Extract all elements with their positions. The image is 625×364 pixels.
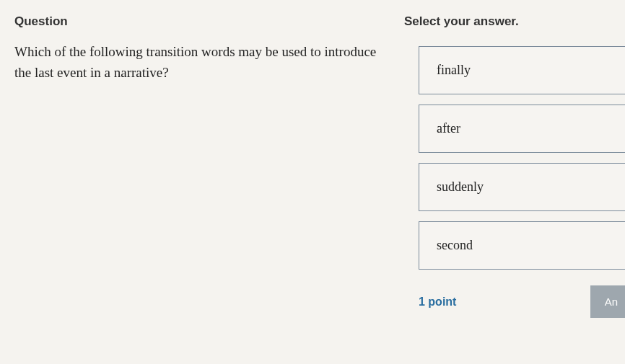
- answer-option-second[interactable]: second: [419, 221, 625, 270]
- answer-option-after[interactable]: after: [419, 105, 625, 153]
- question-text: Which of the following transition words …: [14, 42, 390, 83]
- answer-option-finally[interactable]: finally: [419, 46, 625, 94]
- question-label: Question: [14, 14, 390, 29]
- answer-button[interactable]: An: [590, 285, 625, 318]
- answer-option-suddenly[interactable]: suddenly: [419, 163, 625, 211]
- footer-row: 1 point An: [404, 285, 625, 318]
- question-column: Question Which of the following transiti…: [14, 14, 404, 364]
- quiz-container: Question Which of the following transiti…: [0, 0, 625, 364]
- answer-options-list: finally after suddenly second: [404, 46, 625, 270]
- points-label: 1 point: [419, 296, 456, 308]
- select-answer-label: Select your answer.: [404, 14, 625, 29]
- answer-column: Select your answer. finally after sudden…: [404, 14, 625, 364]
